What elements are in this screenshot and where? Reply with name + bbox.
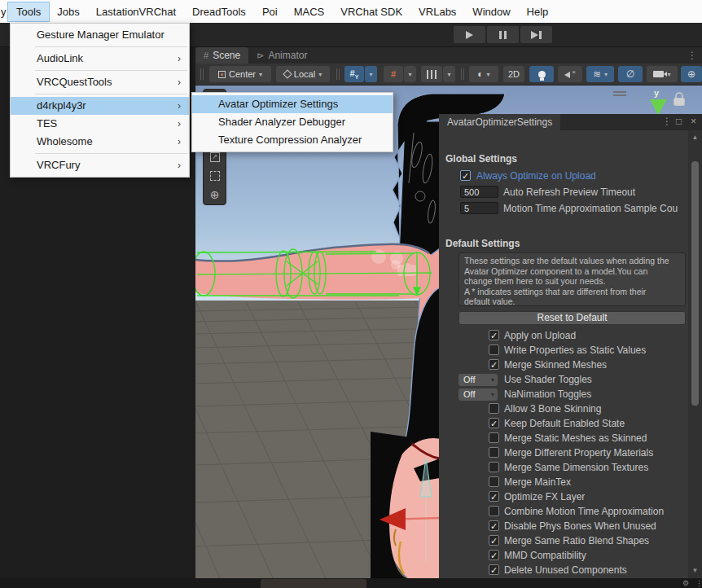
menubar-item-help[interactable]: Help	[519, 2, 557, 21]
light-bulb-icon	[538, 71, 546, 78]
tools-menu-item-audiolink[interactable]: AudioLink›	[11, 50, 189, 68]
menubar-item-poi[interactable]: Poi	[254, 2, 286, 21]
gear-icon[interactable]: ⚙	[682, 578, 689, 588]
pivot-label: Center	[229, 69, 256, 79]
checkbox-merge-maintex[interactable]	[489, 476, 499, 487]
hidden-objects-button[interactable]: ∅	[618, 66, 643, 82]
reset-to-default-button[interactable]: Reset to Default	[458, 311, 686, 325]
menubar-item-window[interactable]: Window	[464, 2, 518, 21]
audio-muted-icon: ×	[564, 69, 576, 79]
svg-text:y: y	[654, 88, 660, 98]
checkbox-merge-same-ratio-blend-shapes[interactable]: ✓	[489, 535, 499, 546]
snap-increment-dropdown[interactable]: ▾	[443, 66, 455, 82]
pivot-mode-button[interactable]: Center ▾	[209, 66, 271, 82]
setting-label: Merge Different Property Materials	[504, 447, 653, 459]
menu-dots-icon[interactable]: ⋮	[695, 578, 702, 588]
gizmos-button[interactable]: ⊕	[681, 66, 702, 82]
panel-tabstrip: AvatarOptimizerSettings ⋮ □ ×	[439, 114, 702, 130]
menubar-item-dreadtools[interactable]: DreadTools	[184, 2, 254, 21]
submenu-arrow-icon: ›	[178, 156, 181, 174]
menubar-item-vrlabs[interactable]: VRLabs	[410, 2, 464, 21]
d4rk-submenu-item-texture-compression-analyzer[interactable]: Texture Compression Analyzer	[192, 131, 393, 149]
menubar-item-vrchat-sdk[interactable]: VRChat SDK	[332, 2, 410, 21]
snap-button[interactable]: #	[384, 66, 403, 82]
camera-settings-button[interactable]: ▾	[647, 66, 678, 82]
maximize-icon[interactable]: □	[676, 116, 682, 127]
d4rk-submenu-item-avatar-optimizer-settings[interactable]: Avatar Optimizer Settings	[192, 95, 393, 113]
panel-scrollbar[interactable]: ▲ ▼	[688, 130, 702, 578]
chevron-down-icon: ▾	[491, 388, 494, 401]
setting-row-disable-phys-bones-when-unused: ✓Disable Phys Bones When Unused	[439, 520, 691, 534]
checkbox-apply-on-upload[interactable]: ✓	[489, 330, 499, 340]
dropdown-use-shader-toggles[interactable]: Off▾	[458, 374, 498, 386]
shading-mode-button[interactable]: ◐ ▾	[469, 66, 498, 82]
tools-menu-item-tes[interactable]: TES›	[11, 115, 189, 133]
rect-tool-button[interactable]	[205, 166, 224, 185]
dropdown-nanimation-toggles[interactable]: Off▾	[458, 388, 498, 401]
scrollbar-thumb[interactable]	[691, 161, 699, 406]
audio-mute-button[interactable]: ×	[558, 66, 582, 82]
d4rk-submenu-item-shader-analyzer-debugger[interactable]: Shader Analyzer Debugger	[192, 113, 393, 131]
play-button[interactable]	[454, 26, 485, 43]
motion-time-samples-field[interactable]: 5	[460, 202, 498, 214]
bottom-tab[interactable]	[261, 579, 366, 588]
menubar-item-jobs[interactable]: Jobs	[49, 2, 87, 21]
checkbox-delete-unused-components[interactable]: ✓	[489, 564, 499, 575]
panel-tab[interactable]: AvatarOptimizerSettings	[439, 114, 560, 130]
tools-menu-item-d4rkpl4y3r[interactable]: d4rkpl4y3r›	[11, 97, 189, 115]
scene-menu-icon[interactable]: ⋮	[687, 50, 697, 61]
setting-label: Write Properties as Static Values	[504, 344, 646, 356]
checkbox-mmd-compatibility[interactable]: ✓	[489, 550, 499, 560]
lighting-toggle-button[interactable]	[529, 66, 554, 82]
transform-tool-button[interactable]: ⊕	[205, 185, 224, 204]
checkbox-allow-3-bone-skinning[interactable]	[489, 403, 499, 414]
default-settings-helpbox: These settings are the default values wh…	[458, 252, 686, 306]
tools-menu-item-wholesome[interactable]: Wholesome›	[11, 133, 189, 151]
checkbox-keep-default-enabled-state[interactable]: ✓	[489, 418, 499, 428]
snap-increment-button[interactable]	[421, 66, 442, 82]
tools-menu-item-gesture-manager-emulator[interactable]: Gesture Manager Emulator	[11, 26, 189, 44]
2d-toggle-button[interactable]: 2D	[503, 66, 524, 82]
checkbox-merge-same-dimension-textures[interactable]	[489, 462, 499, 472]
menubar-item-clipped[interactable]: y	[0, 6, 8, 18]
step-button[interactable]	[520, 26, 552, 43]
close-icon[interactable]: ×	[691, 116, 696, 127]
checkbox-merge-static-meshes-as-skinned[interactable]	[489, 432, 499, 443]
checkbox-combine-motion-time-approximation[interactable]	[489, 506, 499, 516]
submenu-arrow-icon: ›	[178, 97, 181, 115]
checkbox-disable-phys-bones-when-unused[interactable]: ✓	[489, 520, 499, 531]
always-optimize-label[interactable]: Always Optimize on Upload	[476, 170, 596, 182]
rotation-mode-button[interactable]: Local ▾	[276, 66, 330, 82]
grid-visibility-button[interactable]: #Y	[344, 66, 364, 82]
tools-menu-item-vrcquesttools[interactable]: VRCQuestTools›	[11, 73, 189, 91]
setting-row-merge-same-ratio-blend-shapes: ✓Merge Same Ratio Blend Shapes	[439, 534, 691, 549]
menu-item-label: Gesture Manager Emulator	[37, 29, 165, 41]
effects-toggle-button[interactable]: ≋ ▾	[586, 66, 614, 82]
toolbar-handle[interactable]	[200, 68, 204, 80]
menubar-item-lastationvrchat[interactable]: LastationVRChat	[88, 2, 184, 21]
tab-animator[interactable]: ⊳ Animator	[248, 47, 315, 64]
checkbox-optimize-fx-layer[interactable]: ✓	[489, 491, 499, 502]
checkbox-merge-different-property-materials[interactable]	[489, 447, 499, 458]
menubar-item-tools[interactable]: Tools	[8, 2, 49, 21]
checkbox-always-optimize-on-upload[interactable]: ✓	[460, 170, 471, 181]
scroll-up-icon[interactable]: ▲	[688, 134, 702, 141]
menubar-item-macs[interactable]: MACS	[286, 2, 333, 21]
auto-refresh-timeout-field[interactable]: 500	[460, 186, 498, 198]
setting-label: Merge Skinned Meshes	[504, 359, 607, 371]
tools-menu-item-vrcfury[interactable]: VRCFury›	[11, 156, 189, 174]
menu-item-label: d4rkpl4y3r	[37, 99, 86, 112]
rotation-label: Local	[294, 69, 315, 79]
pause-button[interactable]	[487, 26, 519, 43]
tab-scene[interactable]: # Scene	[195, 47, 248, 64]
checkbox-merge-skinned-meshes[interactable]: ✓	[489, 359, 499, 370]
grid-visibility-dropdown[interactable]: ▾	[365, 66, 377, 82]
panel-menu-icon[interactable]: ⋮	[662, 116, 672, 127]
menu-item-label: TES	[37, 117, 57, 129]
checkbox-write-properties-as-static-values[interactable]	[489, 344, 499, 355]
2d-label: 2D	[508, 69, 520, 79]
setting-label: MMD Compatibility	[504, 550, 586, 561]
setting-row-nanimation-toggles: Off▾NaNimation Toggles	[439, 388, 691, 402]
scroll-down-icon[interactable]: ▼	[688, 567, 702, 574]
snap-dropdown[interactable]: ▾	[404, 66, 416, 82]
